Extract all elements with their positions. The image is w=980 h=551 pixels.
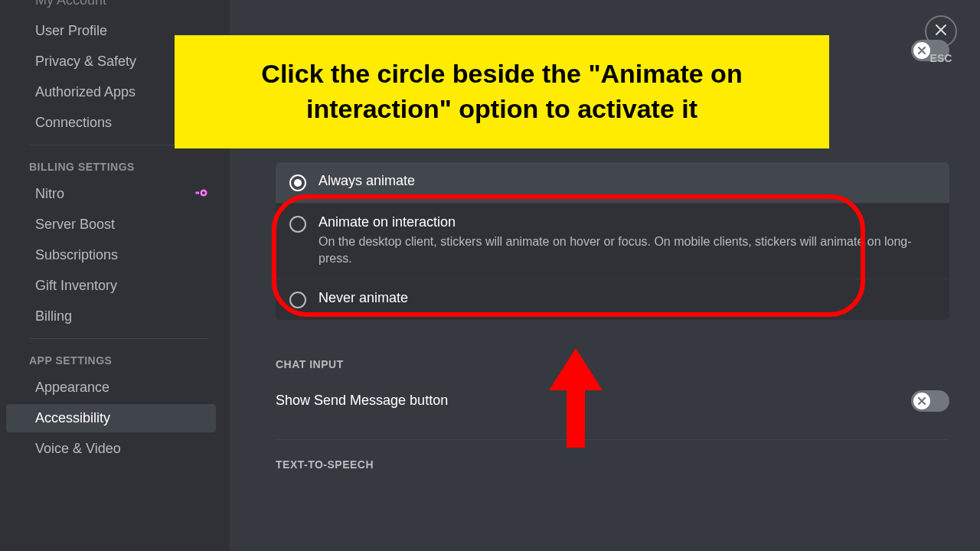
sidebar-divider	[29, 338, 208, 339]
radio-option-never-animate[interactable]: Never animate	[276, 279, 949, 320]
close-icon	[934, 23, 948, 41]
sidebar-item-label: Authorized Apps	[35, 84, 136, 100]
sidebar-item-label: User Profile	[35, 23, 107, 39]
nitro-icon	[194, 186, 208, 202]
sidebar-item-label: My Account	[35, 0, 106, 8]
radio-option-animate-on-interaction[interactable]: Animate on interaction On the desktop cl…	[276, 203, 949, 279]
toggle-show-send-message[interactable]	[911, 390, 949, 412]
sidebar-item-nitro[interactable]: Nitro	[6, 180, 216, 208]
annotation-callout: Click the circle beside the "Animate on …	[175, 35, 829, 148]
sidebar-item-gift-inventory[interactable]: Gift Inventory	[6, 272, 216, 300]
close-label: ESC	[925, 52, 957, 64]
radio-description: On the desktop client, stickers will ani…	[318, 233, 936, 268]
sidebar-item-label: Nitro	[35, 186, 64, 202]
radio-title: Always animate	[318, 173, 936, 189]
sidebar-item-label: Voice & Video	[35, 441, 121, 457]
radio-title: Animate on interaction	[318, 214, 936, 230]
radio-title: Never animate	[318, 290, 936, 306]
sidebar-item-subscriptions[interactable]: Subscriptions	[6, 241, 216, 269]
section-heading-tts: TEXT-TO-SPEECH	[276, 458, 949, 471]
sidebar-heading-app: APP SETTINGS	[0, 347, 222, 371]
sidebar-item-label: Billing	[35, 308, 72, 324]
sidebar-item-label: Subscriptions	[35, 247, 118, 263]
stickers-animation-group: Always animate Animate on interaction On…	[276, 162, 949, 320]
sidebar-item-server-boost[interactable]: Server Boost	[6, 210, 216, 239]
divider	[276, 439, 949, 440]
close-area: ESC	[925, 15, 957, 64]
radio-option-always-animate[interactable]: Always animate	[276, 162, 949, 203]
sidebar-item-label: Privacy & Safety	[35, 54, 136, 70]
sidebar-item-label: Connections	[35, 115, 112, 131]
radio-circle-icon	[289, 174, 306, 191]
sidebar-item-label: Appearance	[35, 380, 109, 396]
sidebar-item-label: Server Boost	[35, 217, 115, 233]
radio-circle-icon	[289, 292, 306, 308]
sidebar-item-voice-video[interactable]: Voice & Video	[6, 435, 216, 463]
sidebar-item-billing[interactable]: Billing	[6, 302, 216, 331]
setting-label-show-send: Show Send Message button	[276, 393, 448, 409]
radio-circle-icon	[289, 216, 306, 233]
close-button[interactable]	[925, 15, 957, 47]
sidebar-item-my-account[interactable]: My Account	[6, 0, 216, 15]
svg-point-1	[202, 191, 205, 194]
section-heading-chat-input: CHAT INPUT	[276, 358, 949, 370]
sidebar-item-appearance[interactable]: Appearance	[6, 373, 216, 402]
sidebar-heading-billing: BILLING SETTINGS	[0, 153, 222, 178]
toggle-knob	[913, 393, 930, 409]
sidebar-item-label: Accessibility	[35, 410, 110, 426]
sidebar-item-accessibility[interactable]: Accessibility	[6, 404, 216, 432]
sidebar-item-label: Gift Inventory	[35, 278, 117, 294]
